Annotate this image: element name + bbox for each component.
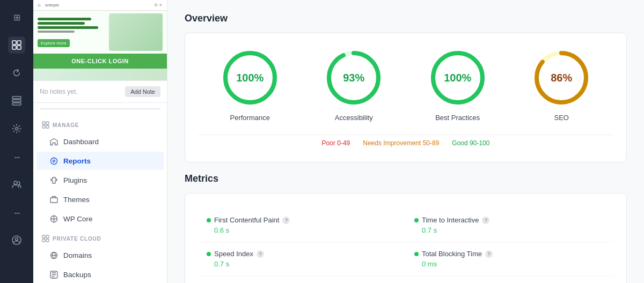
wpcore-label: WP Core — [63, 215, 93, 223]
svg-point-8 — [14, 181, 17, 184]
fcp-info-icon[interactable]: ? — [282, 217, 290, 224]
svg-rect-12 — [46, 122, 49, 124]
svg-point-16 — [53, 160, 55, 162]
svg-rect-2 — [12, 46, 16, 49]
metric-dot — [414, 218, 419, 222]
backups-icon — [49, 270, 58, 279]
settings-icon[interactable] — [8, 120, 25, 137]
svg-point-7 — [16, 128, 18, 130]
svg-rect-5 — [12, 100, 21, 102]
svg-rect-6 — [12, 103, 21, 105]
grid-icon[interactable]: ⊞ — [8, 9, 25, 26]
performance-value: 100% — [236, 72, 264, 84]
one-click-login-button[interactable]: ONE-CLICK LOGIN — [33, 54, 167, 69]
refresh-icon[interactable] — [8, 64, 25, 81]
themes-label: Themes — [63, 196, 90, 204]
tbt-info-icon[interactable]: ? — [485, 250, 493, 258]
metric-dot — [207, 252, 211, 256]
metric-total-blocking-time: Total Blocking Time ? 0 ms — [406, 242, 613, 276]
metric-cumulative-layout-shift: Cumulative Layout Shift ? 0.021 — [406, 276, 613, 283]
seo-label: SEO — [554, 114, 569, 122]
sidebar-item-plugins[interactable]: Plugins — [36, 171, 164, 189]
metrics-grid: First Contentful Paint ? 0.6 s Time to I… — [198, 208, 613, 283]
notes-placeholder: No notes yet. — [40, 88, 121, 95]
add-note-button[interactable]: Add Note — [125, 86, 160, 97]
accessibility-label: Accessibility — [335, 114, 373, 122]
metric-fcp-value: 0.6 s — [207, 226, 397, 234]
svg-rect-17 — [50, 198, 57, 203]
wpcore-icon — [49, 214, 58, 223]
dashboard-icon — [49, 137, 58, 146]
tti-info-icon[interactable]: ? — [482, 217, 489, 224]
performance-circle: 100% — [221, 48, 280, 107]
metric-tbt-value: 0 ms — [414, 260, 605, 268]
legend-poor: Poor 0-49 — [322, 139, 350, 147]
sidebar: antopie ⚙ ✕ Explore more ONE-CLICK LOGIN… — [33, 0, 167, 283]
dots-more-icon[interactable]: ··· — [8, 148, 25, 165]
seo-value: 86% — [551, 72, 572, 84]
best-practices-score: 100% Best Practices — [428, 48, 487, 122]
metric-si-value: 0.7 s — [207, 260, 397, 268]
sidebar-item-domains[interactable]: Domains — [36, 246, 164, 264]
sidebar-item-reports[interactable]: Reports — [36, 152, 164, 170]
plugins-icon — [49, 176, 58, 184]
accessibility-circle: 93% — [324, 48, 383, 107]
svg-rect-20 — [46, 235, 49, 238]
svg-rect-14 — [46, 125, 49, 128]
svg-rect-3 — [17, 46, 21, 49]
private-cloud-section-label: PRIVATE CLOUD — [33, 228, 167, 245]
svg-rect-1 — [17, 41, 21, 44]
metric-dot — [207, 218, 211, 222]
table-icon[interactable] — [8, 92, 25, 109]
metric-tti-name: Time to Interactive — [422, 216, 479, 224]
legend-good: Good 90-100 — [452, 139, 489, 147]
metric-tti-value: 0.7 s — [414, 226, 605, 234]
preview-site-name: antopie — [45, 3, 59, 8]
metrics-card: First Contentful Paint ? 0.6 s Time to I… — [185, 193, 627, 283]
overview-card: 100% Performance 93% Accessibility — [185, 33, 627, 162]
accessibility-score: 93% Accessibility — [324, 48, 383, 122]
svg-rect-21 — [42, 239, 45, 242]
metrics-title: Metrics — [185, 173, 627, 184]
user-circle-icon[interactable] — [8, 232, 25, 249]
notes-bar: No notes yet. Add Note — [33, 81, 167, 103]
svg-rect-22 — [46, 239, 49, 242]
performance-label: Performance — [230, 114, 270, 122]
domains-label: Domains — [63, 251, 92, 259]
best-practices-value: 100% — [444, 72, 471, 84]
svg-rect-13 — [42, 125, 45, 128]
svg-point-15 — [50, 158, 57, 164]
seo-score: 86% SEO — [532, 48, 591, 122]
users-icon[interactable] — [8, 176, 25, 193]
manage-section-label: MANAGE — [33, 115, 167, 132]
dashboard-label: Dashboard — [63, 138, 99, 146]
sidebar-item-themes[interactable]: Themes — [36, 190, 164, 208]
metric-fcp-name: First Contentful Paint — [214, 216, 279, 224]
main-content: Overview 100% Performance — [167, 0, 644, 283]
backups-label: Backups — [63, 271, 91, 279]
performance-score: 100% Performance — [221, 48, 280, 122]
accessibility-value: 93% — [343, 72, 364, 84]
best-practices-label: Best Practices — [435, 114, 480, 122]
svg-rect-11 — [42, 122, 45, 124]
scores-row: 100% Performance 93% Accessibility — [198, 48, 613, 122]
dots-more2-icon[interactable]: ··· — [8, 204, 25, 221]
search-box[interactable] — [40, 108, 160, 109]
metric-first-contentful-paint: First Contentful Paint ? 0.6 s — [198, 208, 406, 242]
metric-largest-contentful-paint: Largest Contentful Paint ? 0.7 s — [198, 276, 406, 283]
metric-speed-index: Speed Index ? 0.7 s — [198, 242, 406, 276]
plugins-label: Plugins — [63, 176, 87, 184]
layout-icon[interactable] — [8, 36, 25, 54]
si-info-icon[interactable]: ? — [257, 250, 264, 258]
icon-bar: ⊞ ··· ··· — [0, 0, 33, 283]
metric-si-name: Speed Index — [214, 250, 253, 258]
metric-time-to-interactive: Time to Interactive ? 0.7 s — [406, 208, 613, 242]
sidebar-item-wpcore[interactable]: WP Core — [36, 210, 164, 228]
svg-rect-19 — [42, 235, 45, 238]
site-preview: antopie ⚙ ✕ Explore more ONE-CLICK LOGIN — [33, 0, 167, 81]
overview-title: Overview — [185, 13, 627, 24]
domains-icon — [49, 251, 58, 259]
metric-dot — [414, 252, 419, 256]
sidebar-item-backups[interactable]: Backups — [36, 265, 164, 283]
sidebar-item-dashboard[interactable]: Dashboard — [36, 132, 164, 151]
